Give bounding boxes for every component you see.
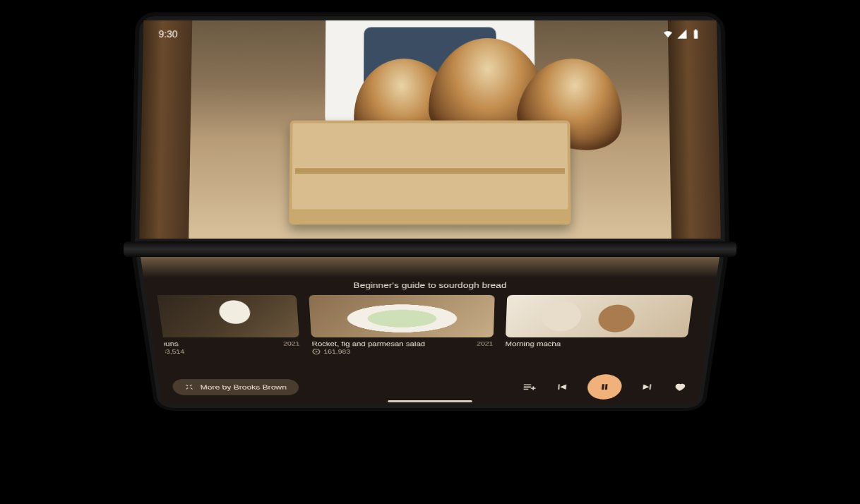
device-top-half: 9:30 bbox=[131, 12, 729, 247]
status-time: 9:30 bbox=[158, 28, 177, 39]
card-views: 283,514 bbox=[157, 349, 185, 355]
shuffle-icon bbox=[184, 383, 194, 390]
video-title: Beginner's guide to sourdogh bread bbox=[155, 281, 705, 289]
player-controls: More by Brooks Brown bbox=[168, 374, 691, 399]
device-bottom-half: Beginner's guide to sourdogh bread bao b… bbox=[131, 247, 729, 411]
related-card[interactable]: Rocket, fig and parmesan salad 2021 161,… bbox=[309, 295, 495, 368]
status-bar: 9:30 bbox=[143, 26, 717, 42]
card-views: 161,983 bbox=[323, 349, 350, 355]
card-thumbnail bbox=[309, 295, 495, 337]
card-title: Rocket, fig and parmesan salad bbox=[311, 340, 425, 347]
signal-icon bbox=[676, 28, 688, 39]
gesture-bar[interactable] bbox=[388, 400, 472, 402]
play-icon bbox=[312, 349, 321, 355]
device-hinge bbox=[124, 241, 736, 257]
pause-button[interactable] bbox=[587, 374, 623, 399]
card-thumbnail bbox=[506, 295, 693, 337]
foldable-device: 9:30 Beginner's guide to sourdogh bread bbox=[131, 7, 729, 494]
card-title: Morning macha bbox=[505, 340, 561, 347]
more-by-author-chip[interactable]: More by Brooks Brown bbox=[172, 379, 299, 395]
card-year: 2021 bbox=[283, 340, 300, 347]
card-year: 2021 bbox=[477, 340, 494, 347]
card-thumbnail bbox=[157, 295, 299, 337]
related-card[interactable]: Morning macha bbox=[504, 295, 693, 368]
skip-previous-icon[interactable] bbox=[554, 382, 570, 392]
skip-next-icon[interactable] bbox=[640, 382, 655, 392]
battery-icon bbox=[690, 28, 701, 39]
wifi-icon bbox=[662, 28, 674, 39]
chip-label: More by Brooks Brown bbox=[200, 383, 287, 390]
related-card[interactable]: bao buns 2021 283,514 bbox=[157, 295, 301, 368]
hero-video[interactable] bbox=[139, 20, 721, 239]
pause-icon bbox=[597, 382, 611, 392]
favorite-icon[interactable] bbox=[672, 382, 688, 392]
card-title: bao buns bbox=[157, 340, 179, 347]
related-carousel[interactable]: bao buns 2021 283,514 Rocket, fig bbox=[157, 295, 703, 368]
queue-add-icon[interactable] bbox=[522, 382, 537, 392]
